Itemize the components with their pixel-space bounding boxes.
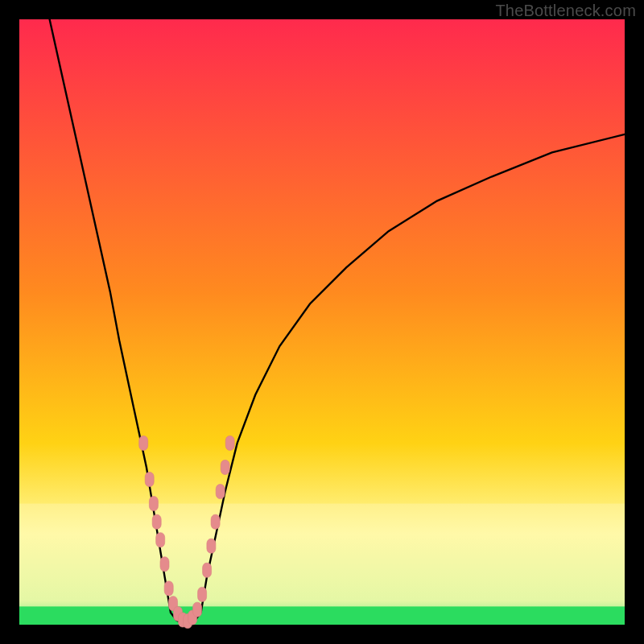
marker-point	[139, 436, 148, 450]
pale-band	[19, 504, 625, 607]
marker-point	[221, 460, 229, 475]
marker-point	[193, 602, 202, 617]
marker-point	[225, 436, 234, 450]
marker-point	[164, 581, 173, 596]
marker-point	[149, 497, 158, 511]
marker-point	[160, 557, 169, 572]
bottleneck-chart	[0, 0, 644, 644]
marker-point	[145, 473, 154, 487]
marker-point	[203, 563, 212, 577]
watermark-text: TheBottleneck.com	[495, 2, 636, 20]
green-band	[19, 606, 625, 625]
marker-point	[216, 485, 225, 499]
marker-point	[198, 587, 207, 601]
marker-point	[207, 539, 216, 553]
marker-point	[152, 514, 161, 529]
marker-point	[211, 514, 220, 529]
marker-point	[156, 533, 165, 547]
outer-frame: TheBottleneck.com	[0, 0, 644, 644]
